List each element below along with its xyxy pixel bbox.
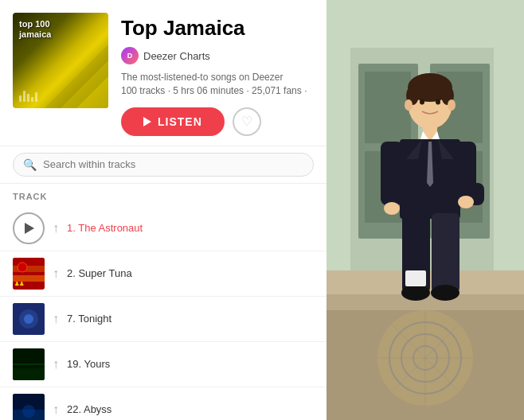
deezer-charts-label: Deezer Charts (143, 50, 210, 62)
svg-text:♟♟: ♟♟ (14, 281, 24, 286)
track-title: 2. Super Tuna (67, 267, 314, 279)
svg-point-43 (436, 99, 440, 105)
listen-button[interactable]: LISTEN (121, 107, 225, 136)
search-bar-wrap: 🔍 (0, 146, 327, 184)
svg-point-42 (420, 99, 424, 105)
album-art-label-line1: top 100 (19, 19, 50, 29)
person-photo (327, 0, 524, 420)
listen-label: LISTEN (158, 115, 202, 128)
trend-up-icon: ↑ (53, 266, 59, 281)
album-art-label-line2: jamaica (19, 29, 51, 40)
track-item[interactable]: ♟♟ ↑ 2. Super Tuna (0, 251, 327, 297)
track-thumb-22 (13, 394, 45, 420)
track-thumb-2: ♟♟ (13, 258, 45, 290)
svg-point-61 (431, 285, 459, 301)
action-row: LISTEN ♡ (121, 107, 314, 136)
track-title: 19. Yours (67, 358, 314, 370)
track-thumb-19 (13, 348, 45, 380)
thumb-art-7 (13, 303, 45, 335)
svg-point-44 (405, 99, 413, 111)
svg-rect-59 (432, 213, 459, 293)
playlist-meta-desc: The most-listened-to songs on Deezer (121, 71, 314, 84)
svg-rect-62 (405, 270, 426, 286)
thumb-art-22 (13, 394, 45, 420)
playlist-meta-detail: 100 tracks · 5 hrs 06 minutes · 25,071 f… (121, 84, 314, 98)
trend-up-icon: ↑ (53, 221, 59, 235)
svg-point-16 (22, 405, 35, 418)
track-item[interactable]: ↑ 7. Tonight (0, 297, 327, 342)
track-thumb-1 (13, 212, 45, 244)
svg-point-57 (458, 196, 474, 208)
left-panel: top 100 jamaica Top Jamaica D Deezer Cha… (0, 0, 327, 420)
playlist-meta: The most-listened-to songs on Deezer 100… (121, 71, 314, 98)
play-triangle-icon (25, 223, 34, 234)
svg-point-10 (24, 314, 33, 324)
svg-rect-12 (13, 368, 45, 380)
search-bar[interactable]: 🔍 (13, 153, 314, 177)
svg-rect-53 (381, 142, 403, 205)
playlist-title: Top Jamaica (121, 16, 314, 41)
search-icon: 🔍 (23, 158, 37, 171)
svg-rect-21 (365, 72, 411, 143)
playlist-header: top 100 jamaica Top Jamaica D Deezer Cha… (0, 0, 327, 146)
right-panel (327, 0, 524, 420)
svg-point-60 (401, 285, 430, 301)
svg-point-6 (18, 262, 27, 272)
track-item[interactable]: ↑ 22. Abyss (0, 387, 327, 420)
favorite-button[interactable]: ♡ (233, 107, 261, 136)
trend-up-icon: ↑ (53, 402, 59, 417)
album-art: top 100 jamaica (13, 13, 108, 108)
track-title: 7. Tonight (67, 313, 314, 325)
heart-icon: ♡ (241, 114, 252, 129)
track-title: 22. Abyss (67, 403, 314, 415)
deezer-charts-row: D Deezer Charts (121, 47, 314, 64)
trend-up-icon: ↑ (53, 357, 59, 371)
trend-up-icon: ↑ (53, 312, 59, 326)
thumb-art-19 (13, 348, 45, 380)
album-art-bars (19, 91, 37, 102)
svg-point-56 (384, 202, 400, 215)
track-thumb-7 (13, 303, 45, 335)
track-title: 1. The Astronaut (67, 222, 314, 234)
search-input[interactable] (43, 158, 303, 170)
album-art-decoration (45, 45, 108, 108)
track-list-header: TRACK (0, 184, 327, 206)
svg-rect-54 (454, 142, 476, 189)
play-icon (143, 117, 151, 126)
track-item[interactable]: ↑ 19. Yours (0, 342, 327, 387)
deezer-icon: D (121, 47, 139, 64)
track-item[interactable]: ↑ 1. The Astronaut (0, 206, 327, 251)
svg-point-45 (448, 99, 456, 111)
header-info: Top Jamaica D Deezer Charts The most-lis… (121, 13, 314, 136)
thumb-art-2: ♟♟ (13, 258, 45, 290)
